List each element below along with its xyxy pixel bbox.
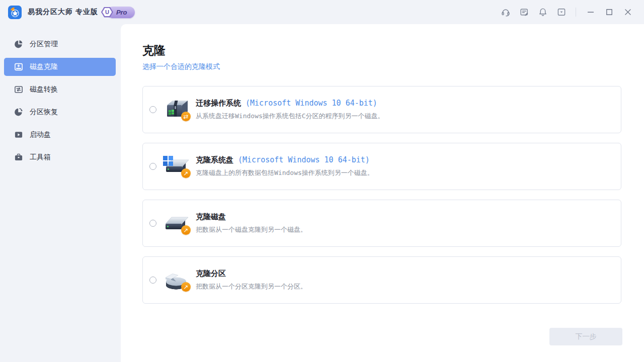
app-title: 易我分区大师 专业版 <box>28 8 98 17</box>
partition-manager-icon <box>14 40 23 49</box>
swap-arrows-badge-icon: ⇄ <box>181 112 191 121</box>
feedback-note-icon[interactable] <box>515 4 533 20</box>
clone-arrow-badge-icon: ↗ <box>181 282 191 292</box>
page-title: 克隆 <box>142 44 621 56</box>
clone-option-partition[interactable]: ↗ 克隆分区 把数据从一个分区克隆到另一个分区。 <box>142 256 621 304</box>
clone-system-disk-icon: ↗ <box>162 154 191 178</box>
sidebar-item-partition-manager[interactable]: 分区管理 <box>4 35 116 53</box>
clone-mode-list: ⇄ 迁移操作系统(Microsoft Windows 10 64-bit) 从系… <box>142 86 621 304</box>
option-os-info: (Microsoft Windows 10 64-bit) <box>238 155 370 164</box>
sidebar-item-disk-convert[interactable]: 磁盘转换 <box>4 80 116 99</box>
option-title: 克隆磁盘 <box>196 212 307 222</box>
notifications-bell-icon[interactable] <box>533 4 552 20</box>
minimize-button[interactable] <box>581 4 600 20</box>
migrate-os-icon: ⇄ <box>162 98 191 122</box>
clone-page: 克隆 选择一个合适的克隆模式 <box>121 24 644 362</box>
option-title: 迁移操作系统(Microsoft Windows 10 64-bit) <box>196 99 384 108</box>
sidebar: 分区管理 磁盘克隆 磁盘转换 分区 <box>0 24 121 362</box>
sidebar-item-label: 分区管理 <box>30 40 58 49</box>
option-description: 克隆磁盘上的所有数据包括Windows操作系统到另一个磁盘。 <box>196 168 374 177</box>
pro-badge-u-icon: U <box>101 7 113 18</box>
radio-clone-partition[interactable] <box>149 277 156 284</box>
pro-badge-label: Pro <box>116 9 127 16</box>
sidebar-item-toolbox[interactable]: 工具箱 <box>4 148 116 166</box>
option-text: 克隆磁盘 把数据从一个磁盘克隆到另一个磁盘。 <box>196 212 307 234</box>
partition-recovery-icon <box>14 108 23 117</box>
option-title: 克隆系统盘(Microsoft Windows 10 64-bit) <box>196 155 374 165</box>
option-text: 迁移操作系统(Microsoft Windows 10 64-bit) 从系统盘… <box>196 99 384 121</box>
titlebar-divider <box>576 8 576 17</box>
sidebar-item-label: 磁盘克隆 <box>30 62 58 71</box>
clone-option-disk[interactable]: ↗ 克隆磁盘 把数据从一个磁盘克隆到另一个磁盘。 <box>142 200 621 247</box>
option-title: 克隆分区 <box>196 269 307 279</box>
titlebar: 易我分区大师 专业版 U Pro <box>0 0 644 24</box>
option-text: 克隆系统盘(Microsoft Windows 10 64-bit) 克隆磁盘上… <box>196 155 374 177</box>
app-logo-icon <box>8 6 22 19</box>
clone-option-migrate-os[interactable]: ⇄ 迁移操作系统(Microsoft Windows 10 64-bit) 从系… <box>142 86 621 133</box>
sidebar-item-label: 磁盘转换 <box>30 85 58 94</box>
clone-partition-icon: ↗ <box>162 268 191 292</box>
option-description: 从系统盘迁移Windows操作系统包括C分区的程序到另一个磁盘。 <box>196 112 384 121</box>
support-headset-icon[interactable] <box>496 4 515 20</box>
sidebar-item-disk-clone[interactable]: 磁盘克隆 <box>4 58 116 76</box>
radio-clone-system-disk[interactable] <box>149 163 156 170</box>
clone-arrow-badge-icon: ↗ <box>181 225 191 235</box>
sidebar-item-bootable-media[interactable]: 启动盘 <box>4 126 116 144</box>
sidebar-item-label: 启动盘 <box>30 130 51 139</box>
bootable-media-icon <box>14 130 23 139</box>
maximize-button[interactable] <box>600 4 618 20</box>
option-text: 克隆分区 把数据从一个分区克隆到另一个分区。 <box>196 269 307 291</box>
option-os-info: (Microsoft Windows 10 64-bit) <box>246 99 377 108</box>
sidebar-item-label: 分区恢复 <box>30 108 58 117</box>
disk-clone-icon <box>14 62 23 71</box>
radio-migrate-os[interactable] <box>149 106 156 113</box>
disk-convert-icon <box>14 85 23 94</box>
clone-option-system-disk[interactable]: ↗ 克隆系统盘(Microsoft Windows 10 64-bit) 克隆磁… <box>142 143 621 190</box>
page-subtitle: 选择一个合适的克隆模式 <box>142 62 621 71</box>
option-description: 把数据从一个分区克隆到另一个分区。 <box>196 282 307 291</box>
clone-disk-icon: ↗ <box>162 211 191 235</box>
menu-dropdown-icon[interactable] <box>552 4 571 20</box>
sidebar-item-label: 工具箱 <box>30 153 51 162</box>
next-step-button[interactable]: 下一步 <box>549 328 622 345</box>
toolbox-icon <box>14 153 23 162</box>
sidebar-item-partition-recovery[interactable]: 分区恢复 <box>4 103 116 121</box>
close-button[interactable] <box>618 4 637 20</box>
radio-clone-disk[interactable] <box>149 220 156 227</box>
titlebar-actions <box>496 4 637 20</box>
pro-badge: U Pro <box>107 7 135 18</box>
option-description: 把数据从一个磁盘克隆到另一个磁盘。 <box>196 225 307 234</box>
clone-arrow-badge-icon: ↗ <box>181 168 191 178</box>
